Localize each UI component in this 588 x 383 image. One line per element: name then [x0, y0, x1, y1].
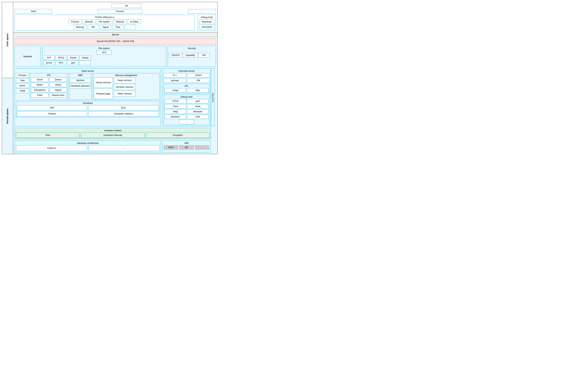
- ext-row2: dynload PM: [164, 78, 210, 83]
- user-space-label: User space: [2, 2, 13, 78]
- task-box: Task: [16, 78, 29, 83]
- shell-box: Shell: [15, 9, 52, 14]
- hook-box: Hook: [187, 104, 209, 109]
- posix-pthread: pthread: [83, 20, 95, 24]
- exception-box: Exception: [146, 133, 210, 138]
- posix-signal: Signal: [100, 25, 111, 29]
- filesystem-title: File system: [43, 47, 165, 50]
- ext-ipc-section: IPC Liteipc Pipe: [164, 84, 210, 94]
- filesystem-section: File system VFS FAT JFFS2 Ramfs Rootfs p…: [42, 46, 166, 67]
- posix-row1: Process pthread File system Network so l…: [16, 20, 193, 24]
- smp-title: SMP: [70, 74, 91, 77]
- user-space-section: Network Init Shell Process ... POSIX API…: [13, 2, 217, 32]
- heap-memory-box: Heap memory: [114, 77, 135, 83]
- init-box: Init: [112, 3, 141, 8]
- posix-time: Time: [112, 25, 124, 29]
- signal-box: Signal: [49, 88, 67, 92]
- ipc-title: IPC: [31, 74, 67, 77]
- scheduler-title: Scheduler: [17, 102, 159, 104]
- virtual-memory-box: Virtual memory: [94, 77, 113, 88]
- pm-box: PM: [187, 78, 210, 83]
- event-box: Event: [31, 77, 49, 82]
- architecture-diagram: User space Kernel space Network Init She…: [2, 2, 218, 154]
- posix-network: Network: [113, 20, 126, 24]
- user-debug-section: Debug tools Backtrace memcheck: [198, 15, 216, 31]
- ellipsis-box: ...: [188, 9, 216, 14]
- rootfs-box: Rootfs: [80, 56, 91, 60]
- fs-row2: procfs NFS zpfs ...: [43, 60, 165, 65]
- ext-debug-section: Debug tools CPUP perf Trace Hook hilog h…: [164, 95, 210, 125]
- user-debug-title: Debug tools: [199, 16, 215, 19]
- shell-process-row: Shell Process ...: [15, 9, 216, 14]
- blackbox-box: blackbox: [165, 115, 186, 119]
- posix-title: POSIX API(musl c): [16, 16, 193, 19]
- cpp-box: C++: [164, 73, 186, 78]
- gpio-box: GPIO: [164, 145, 178, 150]
- smp-section: SMP Spinlock Deadlock detection: [69, 73, 92, 100]
- security-section: Security UID/GID Capability VID: [168, 46, 216, 67]
- idle-box: IDLE: [88, 105, 159, 110]
- ramfs-box: Ramfs: [67, 56, 79, 60]
- static-memory-box: Static memory: [114, 91, 135, 97]
- ext-ipc-title: IPC: [165, 85, 209, 87]
- base-kernel-title: Base kernel: [16, 70, 160, 72]
- posix-ellipsis: ...: [125, 25, 136, 29]
- fs-row1: FAT JFFS2 Ramfs Rootfs: [43, 56, 165, 60]
- ext-row1: C++ VDSO: [164, 73, 210, 78]
- kernel-space-label: Kernel space: [2, 78, 13, 154]
- ext-debug-grid: CPUP perf Trace Hook hilog hidumper blac…: [165, 99, 209, 119]
- ipc-section: IPC Event Queue Mutex rwlock Semaphore S…: [30, 73, 68, 100]
- liteipc-box: Liteipc: [165, 88, 186, 93]
- hilog-box: hilog: [165, 109, 186, 114]
- fs-ellipsis-box: ...: [79, 60, 90, 65]
- hw-related-title: Hardware-related: [16, 129, 210, 132]
- shared-mem-box: Shared mem: [49, 93, 67, 98]
- hw-arch-title: Hardware architecture: [16, 142, 160, 144]
- vid-box: VID: [198, 53, 210, 58]
- semaphore-box: Semaphore: [31, 88, 49, 92]
- kernel-libc-label: Kernel libc: [211, 69, 215, 126]
- arch-hdf-row: Hardware architecture Cortex-A ... HDF G…: [15, 141, 211, 152]
- kernel-space-section: Syscall HAL(POSIX API、LiteOS API) Networ…: [13, 37, 217, 154]
- base-inner: Process Task swtmr OOM IPC Event Queue M…: [16, 73, 160, 100]
- hw-row: Time Hardware interrupt Exception: [16, 133, 210, 138]
- memory-inner: Virtual memory Physical page Heap memory…: [94, 77, 159, 99]
- base-ext-row: Base kernel Process Task swtmr OOM IPC: [15, 68, 211, 126]
- label-column: User space Kernel space: [2, 2, 13, 154]
- hdf-ellipsis-box: ...: [195, 145, 210, 150]
- rwlock-box: rwlock: [49, 82, 67, 87]
- hardware-arch-section: Hardware architecture Cortex-A ...: [15, 141, 161, 152]
- vdso-box: VDSO: [187, 73, 210, 78]
- posix-process: Process: [69, 20, 82, 24]
- security-row: UID/GID Capability VID: [169, 53, 215, 58]
- hidumper-box: hidumper: [187, 109, 209, 114]
- posix-filesystem: File system: [96, 20, 112, 24]
- fat-box: FAT: [43, 56, 55, 60]
- time-hw-box: Time: [16, 133, 79, 138]
- hdf-row: GPIO I2C ...: [164, 145, 210, 150]
- main-content: Network Init Shell Process ... POSIX API…: [13, 2, 217, 154]
- sched-row1: HPF IDLE: [17, 105, 159, 110]
- cortex-a-box: Cortex-A: [16, 145, 87, 151]
- syscall-bar: Syscall: [13, 32, 217, 37]
- ipc-grid: Event Queue Mutex rwlock Semaphore Signa…: [31, 77, 67, 98]
- hdf-section: HDF GPIO I2C ...: [162, 141, 211, 152]
- arch-ellipsis-box: ...: [88, 145, 160, 151]
- syscall-hal: Syscall HAL(POSIX API、LiteOS API): [15, 39, 216, 44]
- i2c-box: I2C: [179, 145, 194, 150]
- zpfs-box: zpfs: [67, 60, 79, 65]
- hw-interrupt-box: Hardware interrupt: [81, 133, 144, 138]
- process-column: Process Task swtmr OOM: [16, 73, 29, 100]
- process-box: Process: [98, 9, 142, 14]
- mid-row: Network File system VFS FAT JFFS2 Ramfs …: [15, 46, 216, 67]
- memory-title: Memory management: [94, 74, 159, 77]
- nfs-box: NFS: [55, 60, 67, 65]
- oom-box: OOM: [16, 89, 29, 93]
- ext-kernel-title: Extended kernel: [164, 70, 210, 72]
- extended-kernel-section: Extended kernel C++ VDSO dynload PM IPC …: [162, 68, 211, 126]
- tickless-box: Tickless: [17, 111, 87, 116]
- memcheck-box: memcheck: [199, 25, 215, 29]
- network-box: Network: [15, 46, 41, 67]
- memory-left: Virtual memory Physical page: [94, 77, 113, 99]
- hardware-related-section: Hardware-related Time Hardware interrupt…: [15, 128, 211, 139]
